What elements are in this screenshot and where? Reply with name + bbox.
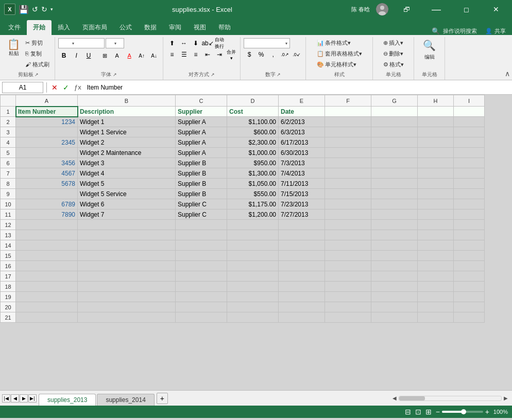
cell-1-I[interactable] bbox=[454, 107, 485, 117]
decrease-indent-button[interactable]: ⇤ bbox=[202, 49, 213, 60]
row-number-6[interactable]: 6 bbox=[1, 158, 16, 168]
row-number-18[interactable]: 18 bbox=[1, 282, 16, 292]
cell-5-A[interactable] bbox=[16, 148, 78, 158]
cell-18-H[interactable] bbox=[418, 282, 454, 292]
fill-color-button[interactable]: A bbox=[111, 50, 123, 61]
cell-12-D[interactable] bbox=[227, 220, 279, 230]
cell-11-G[interactable] bbox=[371, 209, 418, 220]
font-name-box[interactable]: 等线 ▾ bbox=[58, 38, 105, 48]
cell-6-F[interactable] bbox=[325, 158, 371, 168]
row-number-13[interactable]: 13 bbox=[1, 230, 16, 240]
formula-input[interactable] bbox=[85, 83, 510, 92]
delete-button[interactable]: ⊖ 删除▾ bbox=[381, 49, 405, 59]
row-number-3[interactable]: 3 bbox=[1, 127, 16, 137]
zoom-increase-button[interactable]: + bbox=[485, 408, 489, 416]
cell-2-H[interactable] bbox=[418, 117, 454, 127]
row-number-12[interactable]: 12 bbox=[1, 220, 16, 230]
cell-20-I[interactable] bbox=[454, 302, 485, 312]
number-format-box[interactable]: 常规 ▾ bbox=[244, 38, 290, 48]
cell-3-H[interactable] bbox=[418, 127, 454, 137]
cell-3-E[interactable]: 6/3/2013 bbox=[279, 127, 325, 137]
wrap-text-button[interactable]: 自动换行 bbox=[214, 38, 225, 48]
cell-2-I[interactable] bbox=[454, 117, 485, 127]
cell-15-C[interactable] bbox=[176, 251, 227, 261]
cell-8-D[interactable]: $1,050.00 bbox=[227, 179, 279, 189]
col-header-F[interactable]: F bbox=[325, 95, 371, 107]
cell-10-I[interactable] bbox=[454, 199, 485, 209]
cell-2-E[interactable]: 6/2/2013 bbox=[279, 117, 325, 127]
cell-16-G[interactable] bbox=[371, 261, 418, 271]
cell-13-D[interactable] bbox=[227, 230, 279, 240]
zoom-slider[interactable] bbox=[442, 411, 483, 413]
table-format-button[interactable]: 📋 套用表格格式▾ bbox=[315, 49, 364, 59]
zoom-level-label[interactable]: 100% bbox=[491, 409, 508, 415]
cell-17-H[interactable] bbox=[418, 271, 454, 282]
cell-12-G[interactable] bbox=[371, 220, 418, 230]
cell-8-G[interactable] bbox=[371, 179, 418, 189]
find-button[interactable]: 🔍 bbox=[421, 38, 438, 52]
cell-1-D[interactable]: Cost bbox=[227, 107, 279, 117]
cell-11-D[interactable]: $1,200.00 bbox=[227, 209, 279, 220]
cell-4-B[interactable]: Widget 2 bbox=[78, 137, 176, 148]
cell-11-I[interactable] bbox=[454, 209, 485, 220]
cell-19-B[interactable] bbox=[78, 292, 176, 302]
cell-12-C[interactable] bbox=[176, 220, 227, 230]
col-header-B[interactable]: B bbox=[78, 95, 176, 107]
tab-view[interactable]: 视图 bbox=[187, 20, 212, 35]
cell-13-A[interactable] bbox=[16, 230, 78, 240]
cell-3-G[interactable] bbox=[371, 127, 418, 137]
cell-20-A[interactable] bbox=[16, 302, 78, 312]
cell-15-A[interactable] bbox=[16, 251, 78, 261]
sheet-nav-next[interactable]: ▶ bbox=[20, 394, 28, 402]
italic-button[interactable]: I bbox=[71, 50, 82, 61]
cell-12-I[interactable] bbox=[454, 220, 485, 230]
cell-13-H[interactable] bbox=[418, 230, 454, 240]
cell-17-E[interactable] bbox=[279, 271, 325, 282]
cell-1-E[interactable]: Date bbox=[279, 107, 325, 117]
increase-decimal-button[interactable]: .0↗ bbox=[279, 49, 291, 60]
cell-7-H[interactable] bbox=[418, 168, 454, 179]
col-header-A[interactable]: A bbox=[16, 95, 78, 107]
tab-file[interactable]: 文件 bbox=[2, 20, 27, 35]
cell-5-B[interactable]: Widget 2 Maintenance bbox=[78, 148, 176, 158]
cell-18-A[interactable] bbox=[16, 282, 78, 292]
cell-1-B[interactable]: Description bbox=[78, 107, 176, 117]
add-sheet-button[interactable]: + bbox=[157, 393, 168, 404]
align-middle-button[interactable]: ↔ bbox=[178, 38, 190, 48]
cell-9-I[interactable] bbox=[454, 189, 485, 199]
cell-13-F[interactable] bbox=[325, 230, 371, 240]
cell-21-D[interactable] bbox=[227, 312, 279, 323]
cell-5-E[interactable]: 6/30/2013 bbox=[279, 148, 325, 158]
cell-8-I[interactable] bbox=[454, 179, 485, 189]
cell-14-E[interactable] bbox=[279, 240, 325, 251]
cell-19-E[interactable] bbox=[279, 292, 325, 302]
cell-8-H[interactable] bbox=[418, 179, 454, 189]
cell-14-H[interactable] bbox=[418, 240, 454, 251]
cell-20-E[interactable] bbox=[279, 302, 325, 312]
cell-4-F[interactable] bbox=[325, 137, 371, 148]
cell-21-F[interactable] bbox=[325, 312, 371, 323]
close-button[interactable]: ✕ bbox=[484, 0, 508, 19]
cell-20-D[interactable] bbox=[227, 302, 279, 312]
cell-3-F[interactable] bbox=[325, 127, 371, 137]
cell-7-I[interactable] bbox=[454, 168, 485, 179]
cell-9-D[interactable]: $550.00 bbox=[227, 189, 279, 199]
font-color-button[interactable]: A bbox=[124, 50, 135, 61]
cell-15-H[interactable] bbox=[418, 251, 454, 261]
operation-search-label[interactable]: 操作说明搜索 bbox=[443, 27, 477, 35]
cell-12-B[interactable] bbox=[78, 220, 176, 230]
cell-21-I[interactable] bbox=[454, 312, 485, 323]
cell-18-E[interactable] bbox=[279, 282, 325, 292]
cell-18-B[interactable] bbox=[78, 282, 176, 292]
row-number-7[interactable]: 7 bbox=[1, 168, 16, 179]
cell-20-F[interactable] bbox=[325, 302, 371, 312]
cell-5-D[interactable]: $1,000.00 bbox=[227, 148, 279, 158]
cell-2-B[interactable]: Widget 1 bbox=[78, 117, 176, 127]
cell-6-B[interactable]: Widget 3 bbox=[78, 158, 176, 168]
tab-review[interactable]: 审阅 bbox=[163, 20, 187, 35]
cell-16-E[interactable] bbox=[279, 261, 325, 271]
tab-formulas[interactable]: 公式 bbox=[113, 20, 138, 35]
row-number-15[interactable]: 15 bbox=[1, 251, 16, 261]
cell-19-G[interactable] bbox=[371, 292, 418, 302]
cell-4-E[interactable]: 6/17/2013 bbox=[279, 137, 325, 148]
